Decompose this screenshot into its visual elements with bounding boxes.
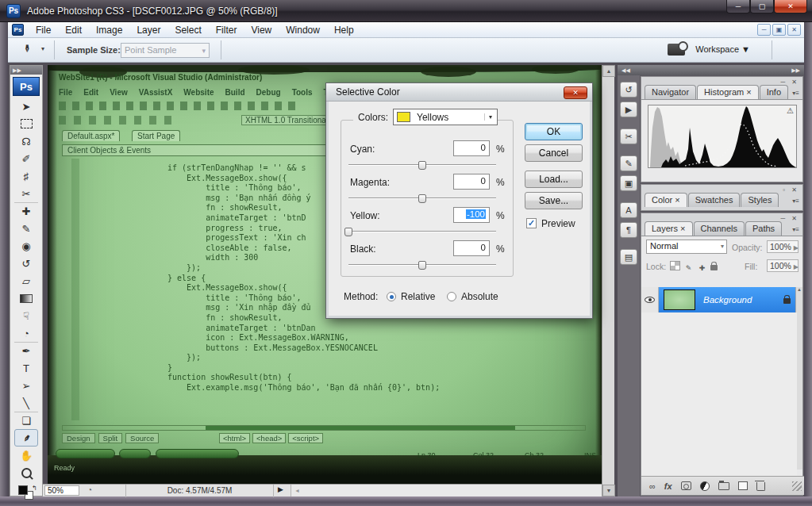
brush-tool-icon[interactable]: ✎ [14, 220, 38, 237]
yellow-slider[interactable] [348, 227, 496, 236]
lock-transparency-icon[interactable] [670, 261, 680, 270]
history-panel-icon[interactable]: ↺ [620, 82, 637, 98]
cyan-slider-thumb[interactable] [418, 161, 426, 170]
black-value-field[interactable]: 0 [453, 240, 490, 256]
toolbox-collapse-icon[interactable]: ▶▶ [10, 66, 42, 75]
tab-layers[interactable]: Layers × [645, 221, 693, 236]
black-slider[interactable] [348, 260, 496, 270]
menu-item[interactable]: File [29, 22, 58, 38]
character-panel-icon[interactable]: A [620, 202, 637, 218]
clone-source-panel-icon[interactable]: ▣ [620, 175, 637, 191]
brushes-panel-icon[interactable]: ✎ [620, 155, 637, 171]
tab-paths[interactable]: Paths [745, 221, 782, 236]
rectangular-marquee-tool-icon[interactable] [14, 115, 38, 132]
healing-brush-tool-icon[interactable]: ✚ [14, 202, 38, 220]
doc-close-button[interactable]: ✕ [787, 24, 801, 36]
zoom-level-field[interactable]: 50% [44, 485, 79, 496]
foreground-color-swatch[interactable] [18, 485, 28, 495]
maximize-button[interactable]: ▢ [750, 0, 774, 13]
tab-histogram[interactable]: Histogram × [697, 85, 759, 99]
menu-item[interactable]: Help [327, 22, 361, 38]
menu-item[interactable]: Filter [209, 22, 244, 38]
dialog-close-button[interactable]: ✕ [564, 86, 587, 99]
type-tool-icon[interactable]: T [14, 359, 38, 377]
colors-dropdown[interactable]: Yellows ▾ [393, 109, 498, 125]
reset-colors-icon[interactable]: ↰ [32, 485, 37, 492]
history-brush-tool-icon[interactable]: ↺ [14, 255, 38, 272]
slice-tool-icon[interactable]: ✂ [14, 185, 38, 202]
blend-mode-select[interactable]: Normal ▾ [646, 240, 727, 254]
menu-item[interactable]: Select [167, 22, 208, 38]
workspace-button[interactable]: Workspace ▼ [695, 44, 750, 54]
tool-presets-panel-icon[interactable]: ✂ [620, 128, 637, 144]
layer-comps-panel-icon[interactable]: ▤ [620, 249, 637, 265]
lock-position-icon[interactable]: ✚ [697, 264, 707, 274]
magenta-value-field[interactable]: 0 [453, 174, 490, 190]
tool-preset-caret-icon[interactable]: ▾ [41, 45, 44, 52]
menu-item[interactable]: Image [89, 22, 129, 38]
dock-expand-icon[interactable]: ▶▶ [791, 65, 800, 75]
scroll-down-icon[interactable]: ▼ [602, 485, 615, 496]
menu-item[interactable]: View [244, 22, 279, 38]
add-layer-mask-icon[interactable] [681, 481, 691, 490]
magenta-slider[interactable] [348, 194, 496, 203]
cancel-button[interactable]: Cancel [525, 144, 583, 162]
lasso-tool-icon[interactable]: ☊ [14, 132, 38, 150]
layer-visibility-eye-icon[interactable] [645, 297, 655, 303]
preview-checkbox[interactable]: ✓ [526, 218, 537, 228]
move-tool-icon[interactable]: ➤ [14, 98, 38, 115]
background-layer-row[interactable]: Background [641, 287, 797, 312]
tab-color[interactable]: Color × [645, 193, 687, 207]
cyan-value-field[interactable]: 0 [453, 140, 490, 156]
new-group-icon[interactable] [718, 482, 729, 490]
smudge-tool-icon[interactable]: ☟ [14, 307, 38, 324]
layer-name[interactable]: Background [703, 295, 752, 305]
panel-close-icon[interactable]: ✕ [791, 215, 799, 222]
doc-minimize-button[interactable]: ─ [757, 24, 771, 36]
path-selection-tool-icon[interactable]: ➢ [14, 377, 38, 394]
scroll-up-icon[interactable]: ▲ [602, 65, 615, 77]
zoom-tool-icon[interactable] [14, 464, 38, 481]
panel-box-icon[interactable]: ▫ [783, 186, 787, 194]
dock-collapse-icon[interactable]: ◀◀ [622, 65, 630, 75]
doc-restore-button[interactable]: ▣ [772, 24, 786, 36]
clone-stamp-tool-icon[interactable]: ◉ [14, 237, 38, 255]
hand-tool-icon[interactable]: ✋ [14, 447, 38, 464]
dialog-title-bar[interactable]: Selective Color ✕ [326, 83, 592, 102]
panel-flyout-icon[interactable]: ▾≡ [792, 226, 799, 233]
tab-styles[interactable]: Styles [741, 193, 779, 207]
menu-item[interactable]: Layer [129, 22, 167, 38]
tab-navigator[interactable]: Navigator [645, 85, 696, 99]
save-button[interactable]: Save... [525, 192, 583, 209]
opacity-field[interactable]: 100%▶ [767, 240, 799, 253]
panel-close-icon[interactable]: ✕ [791, 79, 799, 86]
status-menu-arrow-icon[interactable]: ▶ [278, 485, 283, 493]
layer-thumbnail[interactable] [664, 289, 695, 310]
pen-tool-icon[interactable]: ✒ [14, 342, 38, 359]
delete-layer-icon[interactable] [756, 482, 765, 491]
line-tool-icon[interactable]: ╲ [14, 394, 38, 412]
panel-close-icon[interactable]: ✕ [791, 186, 799, 194]
load-button[interactable]: Load... [525, 171, 583, 188]
tab-swatches[interactable]: Swatches [688, 193, 741, 207]
panel-flyout-icon[interactable]: ▾≡ [792, 197, 799, 205]
panel-resize-grip[interactable] [792, 481, 802, 491]
paragraph-panel-icon[interactable]: ¶ [620, 222, 637, 238]
black-slider-thumb[interactable] [418, 261, 426, 270]
cyan-slider[interactable] [348, 160, 496, 170]
quick-selection-tool-icon[interactable]: ✐ [14, 150, 38, 167]
cached-data-warning-icon[interactable]: ⚠ [787, 106, 794, 115]
color-swatches[interactable]: ↰ [10, 483, 42, 504]
ok-button[interactable]: OK [525, 123, 583, 140]
magenta-slider-thumb[interactable] [418, 194, 426, 203]
canvas-vertical-scrollbar[interactable]: ▲ ▼ [602, 65, 614, 496]
tab-info[interactable]: Info [760, 85, 788, 99]
eraser-tool-icon[interactable]: ▱ [14, 272, 38, 289]
sample-size-select[interactable]: Point Sample ▾ [121, 43, 210, 58]
panel-flyout-icon[interactable]: ▾≡ [792, 90, 799, 97]
menu-item[interactable]: Edit [58, 22, 89, 38]
gradient-tool-icon[interactable] [14, 289, 38, 307]
relative-radio[interactable] [387, 292, 396, 301]
tab-channels[interactable]: Channels [694, 221, 745, 236]
yellow-slider-thumb[interactable] [344, 228, 352, 236]
